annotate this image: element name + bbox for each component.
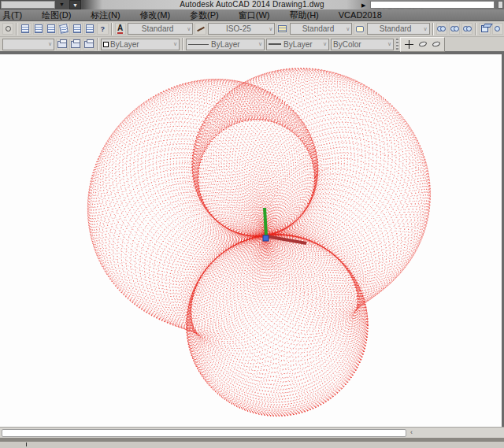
status-bar <box>0 442 504 448</box>
chevron-down-icon: ∨ <box>269 26 272 32</box>
menu-draw[interactable]: 绘图(D) <box>42 9 71 21</box>
help-icon[interactable]: ? <box>97 23 108 35</box>
mleader-style-combo[interactable]: Standard ∨ <box>367 23 430 35</box>
title-bar: ▼ ▼ Autodesk AutoCAD 2014 Drawing1.dwg ▶ <box>0 0 504 9</box>
separator <box>475 23 476 35</box>
lineweight-sample <box>269 43 281 45</box>
menu-bar: 具(T) 绘图(D) 标注(N) 修改(M) 参数(P) 窗口(W) 帮助(H)… <box>0 9 504 21</box>
model-space-canvas[interactable] <box>0 53 504 427</box>
chevron-down-icon: ∨ <box>346 26 350 32</box>
table-style-icon[interactable] <box>276 23 287 35</box>
linetype-combo[interactable]: ByLayer ∨ <box>186 39 265 50</box>
text-style-icon[interactable]: A <box>115 23 126 35</box>
layer-states-icon[interactable] <box>69 39 81 50</box>
separator <box>432 23 434 35</box>
zoom-realtime-icon[interactable] <box>2 23 13 35</box>
drafting-settings-icon[interactable] <box>58 23 69 35</box>
chevron-down-icon: ∨ <box>323 41 327 47</box>
paste-icon[interactable] <box>492 23 503 35</box>
separator <box>16 23 17 35</box>
help-search-box <box>370 1 495 9</box>
table-style-combo[interactable]: Standard ∨ <box>290 23 353 35</box>
named-view-icon[interactable] <box>417 39 428 50</box>
search-history-icon[interactable]: ▶ <box>361 2 368 9</box>
separator <box>182 38 183 50</box>
menu-parametric[interactable]: 参数(P) <box>190 9 219 21</box>
properties-palette-icon[interactable] <box>84 23 95 35</box>
command-collapse-icon[interactable]: ‹ <box>410 428 413 436</box>
status-bar-tick <box>26 442 27 446</box>
layer-properties-icon[interactable] <box>56 39 68 50</box>
plan-view-icon[interactable] <box>403 39 415 50</box>
styles-toolbar: ? A Standard ∨ ISO-25 ∨ Standard ∨ Stand… <box>0 21 504 37</box>
chevron-down-icon: ∨ <box>423 26 427 32</box>
group-manager-icon[interactable] <box>72 23 83 35</box>
heart-plot <box>0 54 502 427</box>
dim-style-icon[interactable] <box>195 23 206 35</box>
3dbox-icon[interactable] <box>479 23 490 35</box>
command-input[interactable] <box>2 429 406 437</box>
dotted-circle-family <box>87 68 430 417</box>
sheetset-manager-icon[interactable] <box>20 23 31 35</box>
dim-style-combo[interactable]: ISO-25 ∨ <box>208 23 276 35</box>
command-line-row: ‹ <box>0 427 504 438</box>
chevron-down-icon: ∨ <box>258 41 262 47</box>
color-swatch <box>103 42 109 47</box>
chevron-down-icon: ∨ <box>187 26 191 32</box>
menu-help[interactable]: 帮助(H) <box>290 9 319 21</box>
layer-isolate-icon[interactable] <box>83 39 94 50</box>
camera-view-icon[interactable] <box>430 39 442 50</box>
text-style-combo[interactable]: Standard ∨ <box>128 23 194 35</box>
viewport-3-icon[interactable] <box>449 23 460 35</box>
viewport-4-icon[interactable] <box>461 23 472 35</box>
separator <box>97 38 98 50</box>
menu-modify[interactable]: 修改(M) <box>140 9 171 21</box>
ucs-y-axis <box>265 208 266 236</box>
color-combo[interactable]: ByLayer ∨ <box>101 39 180 50</box>
toolbar-drag-handle[interactable] <box>396 39 398 50</box>
plotstyle-combo[interactable]: ByColor ∨ <box>331 39 394 50</box>
separator <box>111 23 113 35</box>
ucs-icon <box>263 208 306 243</box>
chevron-down-icon: ∨ <box>173 41 177 47</box>
chevron-down-icon: ∨ <box>387 41 391 47</box>
properties-toolbar: ∨ ByLayer ∨ ByLayer ∨ ByLayer ∨ ByColor … <box>0 37 504 53</box>
menu-vcad2018[interactable]: VCAD2018 <box>339 10 382 20</box>
menu-tools[interactable]: 具(T) <box>2 9 22 21</box>
viewport-2-icon[interactable] <box>436 23 447 35</box>
lineweight-combo[interactable]: ByLayer ∨ <box>266 39 329 50</box>
mleader-style-icon[interactable] <box>354 23 365 35</box>
markup-manager-icon[interactable] <box>33 23 44 35</box>
menu-dimension[interactable]: 标注(N) <box>91 9 120 21</box>
search-button-icon[interactable] <box>498 1 503 9</box>
view-tools-group <box>400 37 445 52</box>
linetype-sample <box>188 44 209 45</box>
chevron-down-icon: ∨ <box>48 41 52 47</box>
ucs-origin <box>263 235 269 241</box>
menu-window[interactable]: 窗口(W) <box>239 9 270 21</box>
quickcalc-icon[interactable] <box>46 23 57 35</box>
layer-combo[interactable]: ∨ <box>2 39 54 50</box>
